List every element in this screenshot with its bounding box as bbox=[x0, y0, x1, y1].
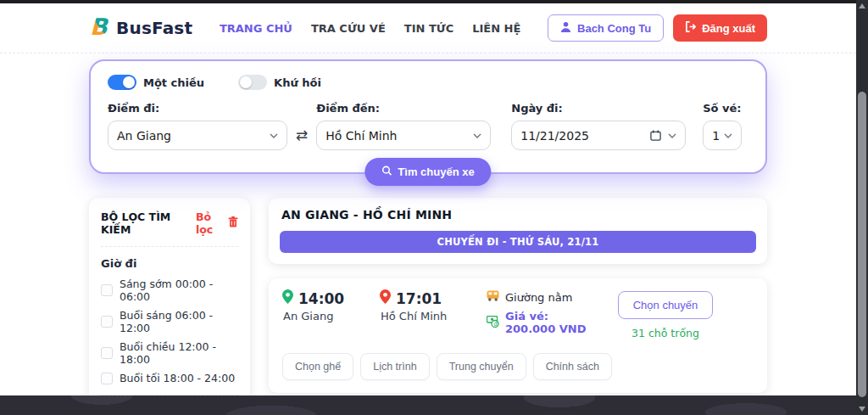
tab-policy[interactable]: Chính sách bbox=[533, 353, 612, 380]
from-field: Điểm đi: An Giang bbox=[108, 102, 287, 150]
search-panel: Một chiều Khứ hồi Điểm đi: An Giang bbox=[89, 59, 767, 174]
to-select[interactable]: Hồ Chí Minh bbox=[316, 121, 491, 150]
filter-time-morning[interactable]: Buổi sáng 06:00 - 12:00 bbox=[101, 309, 238, 334]
round-trip-label: Khứ hồi bbox=[274, 76, 321, 89]
header: B BusFast TRANG CHỦ TRA CỨU VÉ TIN TỨC L… bbox=[0, 0, 856, 53]
route-title: AN GIANG - HỒ CHÍ MINH bbox=[280, 208, 756, 222]
search-trips-button[interactable]: Tìm chuyến xe bbox=[364, 158, 491, 186]
search-button-label: Tìm chuyến xe bbox=[398, 165, 474, 178]
arrival-block: 17:01 Hồ Chí Minh bbox=[380, 289, 487, 322]
chevron-down-icon bbox=[270, 133, 278, 138]
date-value: 11/21/2025 bbox=[520, 129, 643, 143]
chevron-down-icon bbox=[724, 133, 732, 138]
vertical-scrollbar[interactable] bbox=[856, 0, 868, 415]
dark-map-footer-band bbox=[0, 395, 868, 415]
search-icon bbox=[381, 165, 392, 178]
user-account-button[interactable]: Bach Cong Tu bbox=[548, 14, 664, 42]
checkbox-icon[interactable] bbox=[101, 316, 113, 328]
to-field: Điểm đến: Hồ Chí Minh bbox=[316, 102, 491, 150]
departure-place: An Giang bbox=[283, 310, 380, 322]
checkbox-icon[interactable] bbox=[101, 284, 113, 296]
round-trip-toggle[interactable]: Khứ hồi bbox=[238, 75, 321, 90]
clear-filters-button[interactable]: Bỏ lọc bbox=[196, 210, 238, 236]
results-column: AN GIANG - HỒ CHÍ MINH CHUYẾN ĐI - THỨ S… bbox=[269, 198, 767, 393]
nav-trang-chu[interactable]: TRANG CHỦ bbox=[220, 22, 292, 35]
arrival-pin-icon bbox=[380, 289, 391, 307]
nav-lien-he[interactable]: LIÊN HỆ bbox=[472, 22, 520, 35]
from-label: Điểm đi: bbox=[108, 102, 287, 115]
logout-button[interactable]: Đăng xuất bbox=[673, 14, 767, 42]
arrival-place: Hồ Chí Minh bbox=[381, 310, 487, 322]
tickets-select[interactable]: 1 bbox=[703, 121, 742, 150]
chevron-down-icon bbox=[473, 133, 481, 138]
bus-type: Giường nằm bbox=[505, 291, 572, 304]
time-filter-title: Giờ đi bbox=[101, 257, 238, 270]
nav-tra-cuu-ve[interactable]: TRA CỨU VÉ bbox=[311, 22, 386, 35]
trip-info-block: Giường nằm đ Giá vé: 200.000 VND bbox=[487, 289, 601, 335]
date-label: Ngày đi: bbox=[511, 102, 686, 115]
departure-time: 14:00 bbox=[298, 290, 344, 307]
one-way-toggle[interactable]: Một chiều bbox=[108, 75, 204, 90]
checkbox-icon[interactable] bbox=[101, 347, 113, 359]
tickets-field: Số vé: 1 bbox=[703, 102, 742, 150]
departure-pin-icon bbox=[282, 289, 293, 307]
scrollbar-up-arrow[interactable] bbox=[859, 3, 865, 8]
user-name: Bach Cong Tu bbox=[577, 22, 651, 35]
brand-logo[interactable]: B BusFast bbox=[89, 14, 192, 42]
filter-title: BỘ LỌC TÌM KIẾM bbox=[101, 210, 189, 236]
scrollbar-down-arrow[interactable] bbox=[859, 407, 865, 412]
checkbox-icon[interactable] bbox=[101, 373, 113, 384]
trash-icon bbox=[228, 216, 238, 230]
svg-text:B: B bbox=[90, 14, 109, 39]
scrollbar-thumb[interactable] bbox=[858, 92, 866, 397]
date-input[interactable]: 11/21/2025 bbox=[511, 121, 686, 150]
tickets-label: Số vé: bbox=[703, 102, 742, 115]
seats-available: 31 chỗ trống bbox=[632, 327, 699, 339]
bus-icon bbox=[487, 290, 499, 304]
to-value: Hồ Chí Minh bbox=[326, 129, 466, 143]
trip-card: 14:00 An Giang 17:01 Hồ Chí Minh bbox=[269, 278, 767, 393]
logout-icon bbox=[685, 21, 696, 35]
divider bbox=[101, 246, 238, 247]
arrival-time: 17:01 bbox=[396, 290, 442, 307]
filter-sidebar: BỘ LỌC TÌM KIẾM Bỏ lọc Giờ đi Sáng sớm 0… bbox=[89, 198, 250, 415]
page: B BusFast TRANG CHỦ TRA CỨU VÉ TIN TỨC L… bbox=[0, 0, 856, 415]
trip-detail-tabs: Chọn ghế Lịch trình Trung chuyển Chính s… bbox=[282, 353, 754, 380]
filter-time-early-morning[interactable]: Sáng sớm 00:00 - 06:00 bbox=[101, 278, 238, 303]
departure-block: 14:00 An Giang bbox=[282, 289, 380, 322]
tab-schedule[interactable]: Lịch trình bbox=[360, 353, 429, 380]
header-actions: Bach Cong Tu Đăng xuất bbox=[548, 14, 767, 42]
tickets-value: 1 bbox=[712, 129, 722, 143]
logout-label: Đăng xuất bbox=[702, 22, 755, 35]
user-icon bbox=[560, 21, 571, 35]
trip-actions: Chọn chuyến 31 chỗ trống bbox=[601, 289, 730, 339]
filter-time-afternoon[interactable]: Buổi chiều 12:00 - 18:00 bbox=[101, 340, 238, 366]
select-trip-button[interactable]: Chọn chuyến bbox=[618, 291, 714, 319]
swap-locations-icon[interactable]: ⇄ bbox=[296, 126, 308, 150]
calendar-icon[interactable] bbox=[650, 130, 661, 141]
tab-transfer[interactable]: Trung chuyển bbox=[437, 353, 526, 380]
round-trip-switch-icon[interactable] bbox=[238, 75, 267, 90]
date-field: Ngày đi: 11/21/2025 bbox=[511, 102, 686, 150]
one-way-label: Một chiều bbox=[143, 76, 204, 89]
money-icon: đ bbox=[487, 316, 499, 330]
chevron-down-icon bbox=[668, 133, 676, 138]
to-label: Điểm đến: bbox=[316, 102, 491, 115]
nav-tin-tuc[interactable]: TIN TỨC bbox=[404, 22, 453, 35]
route-header-card: AN GIANG - HỒ CHÍ MINH CHUYẾN ĐI - THỨ S… bbox=[269, 198, 767, 264]
from-select[interactable]: An Giang bbox=[108, 121, 287, 150]
from-value: An Giang bbox=[117, 129, 263, 143]
search-section: Một chiều Khứ hồi Điểm đi: An Giang bbox=[89, 59, 767, 174]
one-way-switch-icon[interactable] bbox=[108, 75, 136, 90]
main-nav: TRANG CHỦ TRA CỨU VÉ TIN TỨC LIÊN HỆ bbox=[220, 22, 520, 35]
trip-price: Giá vé: 200.000 VND bbox=[505, 310, 601, 335]
trip-day-banner[interactable]: CHUYẾN ĐI - THỨ SÁU, 21/11 bbox=[280, 231, 756, 253]
brand-name: BusFast bbox=[116, 18, 192, 38]
clear-filters-label: Bỏ lọc bbox=[196, 210, 225, 236]
tab-seat-selection[interactable]: Chọn ghế bbox=[282, 353, 353, 380]
filter-time-evening[interactable]: Buổi tối 18:00 - 24:00 bbox=[101, 372, 238, 384]
browser-top-edge bbox=[0, 0, 868, 3]
busfast-logo-icon: B bbox=[89, 14, 111, 42]
